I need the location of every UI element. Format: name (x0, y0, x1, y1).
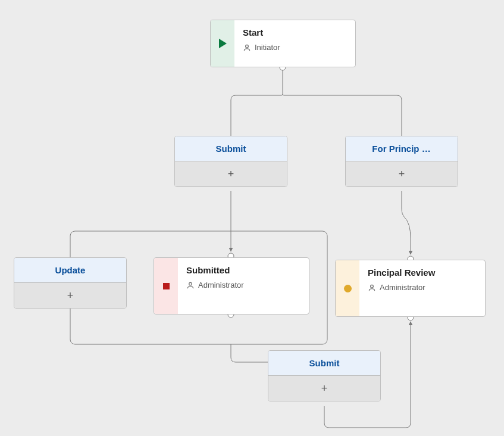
svg-point-8 (371, 285, 374, 288)
action-node-submit-2[interactable]: Submit + (268, 350, 381, 401)
play-icon (219, 39, 227, 48)
task-role: Initiator (255, 43, 280, 52)
task-title: Start (243, 27, 347, 38)
task-body: Pincipal Review Administrator (359, 260, 485, 316)
action-label: For Princip … (346, 136, 458, 161)
svg-point-6 (246, 45, 249, 48)
user-icon (186, 281, 195, 289)
task-title: Submitted (186, 265, 300, 276)
task-role-row: Administrator (368, 283, 477, 292)
action-label: Submit (175, 136, 287, 161)
task-node-start[interactable]: Start Initiator (210, 20, 356, 67)
task-body: Start Initiator (234, 20, 355, 67)
stop-icon (163, 283, 170, 289)
task-role: Administrator (380, 283, 425, 292)
start-badge (211, 20, 234, 67)
task-role: Administrator (198, 281, 244, 289)
task-body: Submitted Administrator (178, 258, 309, 314)
add-step-button[interactable]: + (14, 283, 126, 308)
in-progress-badge (336, 260, 359, 316)
task-title: Pincipal Review (368, 267, 477, 278)
task-role-row: Administrator (186, 281, 300, 289)
add-step-button[interactable]: + (346, 161, 458, 186)
stop-badge (154, 258, 178, 314)
task-node-principal-review[interactable]: Pincipal Review Administrator (335, 260, 486, 317)
action-node-for-principal[interactable]: For Princip … + (345, 136, 458, 187)
user-icon (368, 284, 376, 292)
task-node-submitted[interactable]: Submitted Administrator (154, 257, 309, 314)
action-label: Submit (268, 351, 380, 376)
action-node-update[interactable]: Update + (14, 257, 127, 309)
task-role-row: Initiator (243, 43, 347, 52)
truncation-ellipsis: … (422, 144, 431, 154)
user-icon (243, 43, 251, 52)
action-label-text: For Princip (372, 144, 419, 154)
action-node-submit[interactable]: Submit + (174, 136, 287, 187)
dot-icon (344, 285, 352, 292)
workflow-canvas[interactable]: Start Initiator Submit + For Princip … +… (0, 0, 504, 436)
svg-point-7 (189, 282, 192, 285)
action-label: Update (14, 258, 126, 283)
add-step-button[interactable]: + (175, 161, 287, 186)
add-step-button[interactable]: + (268, 376, 380, 401)
